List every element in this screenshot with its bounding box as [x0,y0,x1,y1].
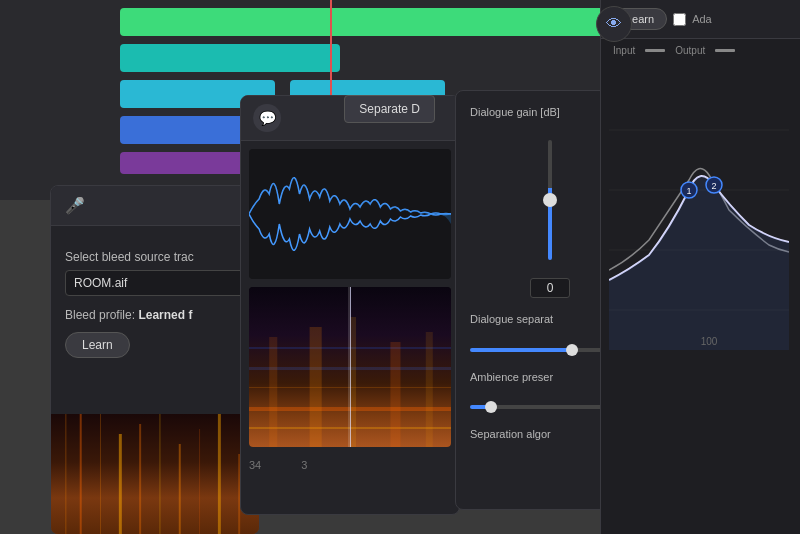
output-line [715,49,735,52]
input-line [645,49,665,52]
svg-rect-11 [249,149,451,279]
source-label: Select bleed source trac [65,250,245,264]
panel-left-header: 🎤 [51,186,259,226]
svg-rect-21 [390,342,400,447]
chat-icon: 💬 [253,104,281,132]
waveform-svg [249,149,451,279]
playhead-middle [350,287,351,447]
dialogue-gain-slider[interactable] [548,140,552,260]
spectrogram-middle [249,287,451,447]
timeline-numbers: 34 3 [241,455,459,475]
time-marker-1: 34 [249,459,261,471]
svg-rect-18 [269,337,277,447]
ada-label: Ada [692,13,712,25]
eq-curve-area: 1 2 100 [609,70,792,370]
track-green [120,8,640,36]
logo-icon: 👁 [606,15,622,33]
panel-left: 🎤 Select bleed source trac ROOM.aif Blee… [50,185,260,534]
eq-curve-svg: 1 2 100 [609,70,789,350]
spectrogram-left [51,414,259,534]
ada-checkbox[interactable] [673,13,686,26]
waveform-container [249,149,451,279]
io-labels: Input Output [601,39,800,62]
svg-rect-19 [310,327,322,447]
panel-eq: Learn Ada Input Output 1 2 1 [600,0,800,534]
track-teal [120,44,340,72]
svg-rect-22 [426,332,433,447]
svg-text:2: 2 [711,181,716,191]
learn-button-left[interactable]: Learn [65,332,130,358]
track-blue [120,116,250,144]
svg-text:100: 100 [701,336,718,347]
time-marker-2: 3 [301,459,307,471]
input-label: Input [613,45,635,56]
panel-left-content: Select bleed source trac ROOM.aif Bleed … [51,226,259,372]
separate-button[interactable]: Separate D [344,95,435,123]
svg-rect-0 [51,414,259,534]
mic-icon: 🎤 [65,196,85,215]
gain-value-display: 0 [530,278,570,298]
spectrogram-svg [51,414,259,534]
output-label: Output [675,45,705,56]
logo-badge: 👁 [596,6,632,42]
file-input[interactable]: ROOM.aif [65,270,245,296]
svg-text:1: 1 [686,186,691,196]
bleed-label: Bleed profile: Learned f [65,308,245,322]
panel-middle: 💬 [240,95,460,515]
